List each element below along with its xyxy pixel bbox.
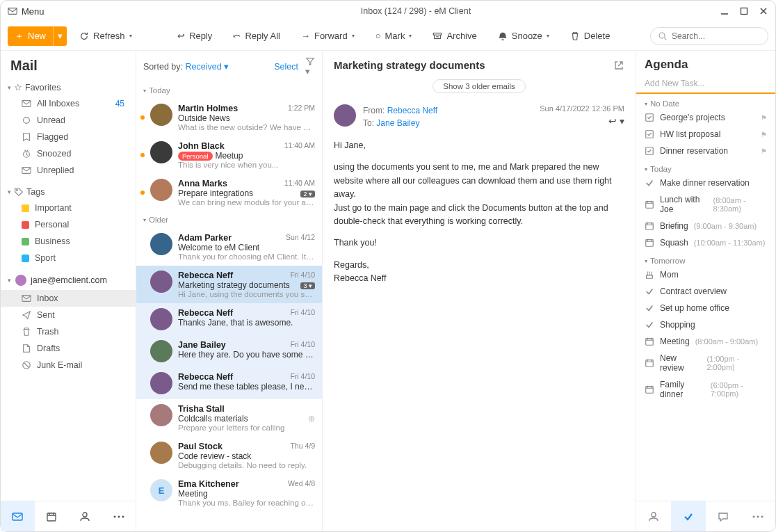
delete-icon [570, 31, 580, 41]
from-link[interactable]: Rebecca Neff [387, 106, 438, 115]
sidebar-fav-all-inboxes[interactable]: All Inboxes45 [1, 95, 136, 112]
nav-contacts-button[interactable] [68, 501, 102, 531]
message-item[interactable]: Jane BaileyFri 4/10Here they are. Do you… [136, 335, 322, 367]
folder-sent[interactable]: Sent [1, 307, 136, 323]
check-icon [645, 287, 654, 296]
panel-more-button[interactable] [741, 501, 775, 531]
agenda-item[interactable]: Briefing (9:00am - 9:30am) [636, 218, 775, 234]
menu-button[interactable]: Menu [22, 6, 45, 17]
account-header[interactable]: ▾jane@emclient.com [1, 271, 136, 290]
folder-icon [22, 310, 31, 320]
agenda-item[interactable]: George's projects⚑ [636, 109, 775, 126]
refresh-button[interactable]: Refresh▾ [74, 28, 138, 44]
message-item[interactable]: Adam ParkerSun 4/12Welcome to eM ClientT… [136, 228, 322, 266]
folder-trash[interactable]: Trash [1, 323, 136, 340]
message-time: Fri 4/10 [290, 372, 315, 382]
flag-icon: ⚑ [761, 131, 767, 138]
reply-button[interactable]: ↩Reply [172, 28, 218, 44]
agenda-item[interactable]: Make dinner reservation [636, 175, 775, 191]
agenda-section-today[interactable]: ▾Today [636, 159, 775, 175]
show-older-button[interactable]: Show 3 older emails [433, 79, 526, 93]
minimize-button[interactable] [720, 6, 729, 16]
task-icon [645, 146, 654, 156]
agenda-section-nodate[interactable]: ▾No Date [636, 94, 775, 109]
avatar [150, 404, 172, 426]
message-item[interactable]: EEma KitchenerWed 4/8MeetingThank you ms… [136, 474, 322, 512]
nav-calendar-button[interactable] [35, 501, 69, 531]
reply-all-button[interactable]: ⤺Reply All [227, 28, 286, 44]
add-task-input[interactable]: Add New Task... [636, 74, 775, 94]
menu-icon[interactable] [8, 6, 17, 16]
nav-more-button[interactable] [102, 501, 136, 531]
popout-icon[interactable] [613, 60, 624, 71]
close-button[interactable] [759, 6, 768, 16]
panel-chat-button[interactable] [706, 501, 741, 531]
message-item[interactable]: Rebecca NeffFri 4/10Marketing strategy d… [136, 266, 322, 303]
message-item[interactable]: Paul StockThu 4/9Code review - stackDebu… [136, 437, 322, 474]
agenda-item[interactable]: Dinner reservation⚑ [636, 143, 775, 159]
search-box[interactable] [650, 27, 768, 45]
message-item[interactable]: Rebecca NeffFri 4/10Send me these tables… [136, 367, 322, 399]
mark-button[interactable]: ○Mark▾ [370, 28, 418, 44]
sidebar-tag-business[interactable]: Business [1, 233, 136, 250]
nav-mail-button[interactable] [1, 501, 35, 531]
new-dropdown[interactable]: ▾ [53, 26, 67, 46]
sidebar-tag-important[interactable]: Important [1, 200, 136, 216]
sender-name: John Black [178, 141, 225, 151]
snooze-button[interactable]: Snooze▾ [492, 28, 555, 44]
agenda-item[interactable]: HW list proposal⚑ [636, 126, 775, 143]
agenda-item[interactable]: Meeting (8:00am - 9:00am) [636, 333, 775, 350]
panel-contacts-button[interactable] [636, 501, 671, 531]
agenda-item[interactable]: Contract overview [636, 283, 775, 300]
sidebar-fav-snoozed[interactable]: Snoozed [1, 145, 136, 162]
forward-button[interactable]: →Forward▾ [296, 28, 360, 44]
filter-icon[interactable]: ▾ [305, 56, 315, 76]
sort-dropdown[interactable]: Received ▾ [185, 61, 229, 72]
agenda-item[interactable]: Set up home office [636, 300, 775, 316]
bday-icon [645, 270, 654, 280]
sidebar-fav-flagged[interactable]: Flagged [1, 129, 136, 145]
agenda-title: Agenda [636, 51, 775, 74]
message-item[interactable]: John Black11:40 AMPersonal MeetupThis is… [136, 136, 322, 174]
agenda-item[interactable]: Shopping [636, 316, 775, 333]
search-input[interactable] [672, 31, 761, 41]
tags-header[interactable]: ▾Tags [1, 184, 136, 200]
agenda-item[interactable]: Mom [636, 266, 775, 283]
agenda-item[interactable]: Squash (10:00am - 11:30am) [636, 234, 775, 251]
folder-drafts[interactable]: Drafts [1, 340, 136, 357]
agenda-item[interactable]: Lunch with Joe (8:00am - 8:30am) [636, 191, 775, 218]
sidebar-fav-unreplied[interactable]: Unreplied [1, 162, 136, 179]
cal-icon [645, 358, 654, 368]
agenda-item[interactable]: New review (1:00pm - 2:00pm) [636, 350, 775, 376]
folder-inbox[interactable]: Inbox [1, 290, 136, 307]
agenda-section-tomorrow[interactable]: ▾Tomorrow [636, 251, 775, 266]
message-item[interactable]: Martin Holmes1:22 PMOutside NewsWhat is … [136, 99, 322, 136]
svg-point-27 [652, 513, 656, 517]
refresh-icon [79, 31, 89, 41]
message-item[interactable]: Trisha StallColdcalls materials⊕Prepare … [136, 399, 322, 437]
panel-agenda-button[interactable] [671, 501, 706, 531]
msg-group-older[interactable]: ▾Older [136, 211, 322, 228]
cal-icon [645, 200, 654, 209]
message-subject: Marketing strategy documents3 ▾ [178, 280, 315, 290]
favorites-header[interactable]: ▾☆Favorites [1, 79, 136, 95]
maximize-button[interactable] [739, 6, 749, 16]
message-preview: Hi Jane, using the documents you sent... [178, 290, 315, 298]
new-button[interactable]: ＋New ▾ [8, 26, 67, 46]
message-item[interactable]: Anna Marks11:40 AMPrepare integrations2 … [136, 174, 322, 211]
folder-junk-e-mail[interactable]: Junk E-mail [1, 357, 136, 373]
to-link[interactable]: Jane Bailey [376, 118, 419, 128]
archive-button[interactable]: Archive [427, 28, 482, 44]
select-button[interactable]: Select [274, 62, 298, 72]
agenda-item[interactable]: Family dinner (6:00pm - 7:00pm) [636, 376, 775, 403]
message-subject: Here they are. Do you have some m... [178, 350, 315, 360]
sidebar-tag-personal[interactable]: Personal [1, 216, 136, 233]
sidebar-tag-sport[interactable]: Sport [1, 250, 136, 266]
msg-group-today[interactable]: ▾Today [136, 82, 322, 99]
tag-icon [14, 187, 24, 197]
message-item[interactable]: Rebecca NeffFri 4/10Thanks Jane, that is… [136, 303, 322, 335]
delete-button[interactable]: Delete [565, 28, 616, 44]
sidebar-fav-unread[interactable]: Unread [1, 112, 136, 129]
reply-dropdown-icon[interactable]: ↩ ▾ [608, 115, 624, 127]
svg-point-14 [83, 513, 87, 517]
